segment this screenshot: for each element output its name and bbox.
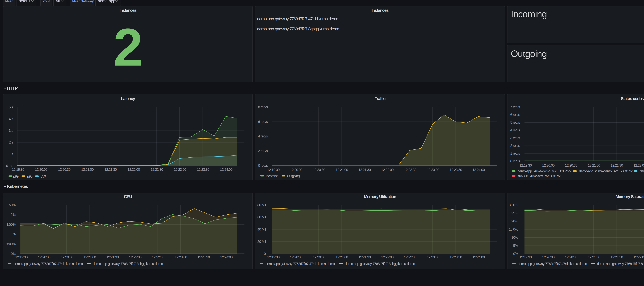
svg-text:Incoming: Incoming <box>266 174 278 178</box>
svg-text:12:20:30: 12:20:30 <box>313 255 325 259</box>
svg-text:12:20:30: 12:20:30 <box>58 167 70 171</box>
svg-text:12:23:30: 12:23:30 <box>197 167 209 171</box>
svg-text:2.50%: 2.50% <box>6 203 16 207</box>
svg-text:12:24:00: 12:24:00 <box>472 255 485 259</box>
svg-text:12:22:30: 12:22:30 <box>404 255 416 259</box>
svg-text:20 Mil: 20 Mil <box>257 240 266 243</box>
svg-text:0.500%: 0.500% <box>5 242 16 246</box>
svg-text:12:20:00: 12:20:00 <box>290 255 302 259</box>
svg-text:12:24:00: 12:24:00 <box>220 167 232 171</box>
svg-text:Traffic: Traffic <box>375 96 386 101</box>
svg-text:12:20:30: 12:20:30 <box>565 163 578 167</box>
svg-text:demo-app_kuma-demo_svc_5000:4x: demo-app_kuma-demo_svc_5000:4xx <box>640 169 644 173</box>
svg-text:Kubernetes: Kubernetes <box>7 184 28 189</box>
svg-text:7 req/s: 7 req/s <box>510 105 520 109</box>
svg-text:12:20:00: 12:20:00 <box>542 163 554 167</box>
svg-text:6 req/s: 6 req/s <box>510 113 520 117</box>
svg-text:80 Mil: 80 Mil <box>257 203 266 207</box>
svg-text:0 ms: 0 ms <box>6 164 13 168</box>
svg-text:12:19:30: 12:19:30 <box>15 255 28 259</box>
svg-text:12:21:30: 12:21:30 <box>611 255 623 259</box>
svg-text:4 req/s: 4 req/s <box>510 128 520 132</box>
svg-text:12:21:00: 12:21:00 <box>81 167 94 171</box>
svg-text:12:19:30: 12:19:30 <box>520 163 532 167</box>
svg-text:2: 2 <box>113 18 143 77</box>
svg-text:demo-app-gateway-7768d7ffc7-8q: demo-app-gateway-7768d7ffc7-8qhgg.kuma-d… <box>93 262 163 266</box>
svg-text:demo-app-gateway-7768d7ffc7-8q: demo-app-gateway-7768d7ffc7-8qhgg.kuma-d… <box>257 27 339 31</box>
svg-text:2 req/s: 2 req/s <box>510 144 520 148</box>
svg-text:Instances: Instances <box>120 8 136 13</box>
svg-text:12:23:00: 12:23:00 <box>175 255 187 259</box>
svg-text:12:19:30: 12:19:30 <box>267 168 280 172</box>
svg-text:Incoming: Incoming <box>511 9 547 19</box>
svg-text:12:20:30: 12:20:30 <box>61 255 73 259</box>
svg-text:12:20:00: 12:20:00 <box>38 255 50 259</box>
svg-text:p50: p50 <box>40 174 46 178</box>
svg-text:12:21:00: 12:21:00 <box>588 255 600 259</box>
svg-text:2 req/s: 2 req/s <box>258 149 268 153</box>
svg-text:Latency: Latency <box>121 96 135 101</box>
svg-text:demo-app_kuma-demo_svc_5000:2x: demo-app_kuma-demo_svc_5000:2xx <box>518 169 571 173</box>
svg-text:12:23:00: 12:23:00 <box>427 255 439 259</box>
svg-text:5 s: 5 s <box>9 105 13 109</box>
svg-text:1%: 1% <box>11 232 16 236</box>
svg-text:demo-app-gateway-7768d7ffc7-8q: demo-app-gateway-7768d7ffc7-8qhgg.kuma-d… <box>345 262 415 266</box>
svg-text:12:21:30: 12:21:30 <box>358 255 371 259</box>
svg-text:12:19:30: 12:19:30 <box>267 255 280 259</box>
svg-text:5%: 5% <box>513 244 518 247</box>
svg-text:12:22:30: 12:22:30 <box>152 255 164 259</box>
svg-text:3 req/s: 3 req/s <box>510 136 520 140</box>
svg-text:12:19:30: 12:19:30 <box>12 167 24 171</box>
svg-text:4 req/s: 4 req/s <box>258 134 268 138</box>
svg-text:12:23:00: 12:23:00 <box>427 168 439 172</box>
svg-text:2%: 2% <box>11 213 16 217</box>
svg-text:demo-app-gateway-7768d7ffc7-8q: demo-app-gateway-7768d7ffc7-8qhgg.kuma-d… <box>597 262 644 266</box>
svg-text:12:22:30: 12:22:30 <box>151 167 163 171</box>
svg-text:12:22:00: 12:22:00 <box>381 168 394 172</box>
svg-text:0: 0 <box>264 252 266 256</box>
svg-text:12:21:30: 12:21:30 <box>358 168 371 172</box>
svg-text:12:20:00: 12:20:00 <box>542 255 554 259</box>
svg-text:1 req/s: 1 req/s <box>510 151 520 155</box>
svg-text:60 Mil: 60 Mil <box>257 215 266 219</box>
svg-text:12:22:00: 12:22:00 <box>128 167 140 171</box>
svg-text:12:21:30: 12:21:30 <box>106 255 119 259</box>
svg-text:Outgoing: Outgoing <box>511 49 547 59</box>
svg-text:12:21:00: 12:21:00 <box>336 255 348 259</box>
svg-text:0%: 0% <box>513 252 518 256</box>
svg-text:12:23:30: 12:23:30 <box>450 168 462 172</box>
svg-text:12:22:30: 12:22:30 <box>404 168 416 172</box>
svg-text:12:20:00: 12:20:00 <box>290 168 302 172</box>
svg-text:5 req/s: 5 req/s <box>510 120 520 124</box>
svg-text:12:23:30: 12:23:30 <box>198 255 210 259</box>
svg-text:12:21:00: 12:21:00 <box>84 255 96 259</box>
svg-text:0%: 0% <box>11 252 16 256</box>
svg-text:12:24:00: 12:24:00 <box>472 168 485 172</box>
svg-text:12:21:30: 12:21:30 <box>104 167 117 171</box>
svg-text:12:23:30: 12:23:30 <box>450 255 462 259</box>
svg-text:12:21:00: 12:21:00 <box>588 163 600 167</box>
svg-text:6 req/s: 6 req/s <box>258 120 268 124</box>
svg-text:30.0%: 30.0% <box>509 203 518 207</box>
svg-text:1 s: 1 s <box>9 152 13 156</box>
svg-text:25%: 25% <box>511 211 518 215</box>
svg-text:12:20:30: 12:20:30 <box>565 255 578 259</box>
svg-text:demo-app-gateway-7768d7ffc7-47: demo-app-gateway-7768d7ffc7-47rdd.kuma-d… <box>14 262 83 266</box>
svg-text:15.0%: 15.0% <box>509 227 518 231</box>
svg-text:40 Mil: 40 Mil <box>257 227 266 231</box>
svg-text:12:20:00: 12:20:00 <box>35 167 48 171</box>
svg-text:Status codes: Status codes <box>621 96 644 101</box>
svg-text:1.50%: 1.50% <box>6 222 16 226</box>
svg-text:0 req/s: 0 req/s <box>510 159 520 163</box>
svg-text:3 s: 3 s <box>9 129 13 132</box>
svg-text:demo-app-gateway-7768d7ffc7-47: demo-app-gateway-7768d7ffc7-47rdd.kuma-d… <box>266 262 335 266</box>
svg-text:12:23:00: 12:23:00 <box>174 167 186 171</box>
svg-text:12:21:30: 12:21:30 <box>611 163 623 167</box>
svg-text:8 req/s: 8 req/s <box>258 105 268 109</box>
svg-text:Memory Utilization: Memory Utilization <box>364 194 396 199</box>
svg-text:2 s: 2 s <box>9 140 13 144</box>
svg-text:10%: 10% <box>511 236 518 239</box>
svg-text:20%: 20% <box>511 219 518 223</box>
svg-text:Instances: Instances <box>372 8 388 13</box>
svg-text:12:22:00: 12:22:00 <box>129 255 142 259</box>
